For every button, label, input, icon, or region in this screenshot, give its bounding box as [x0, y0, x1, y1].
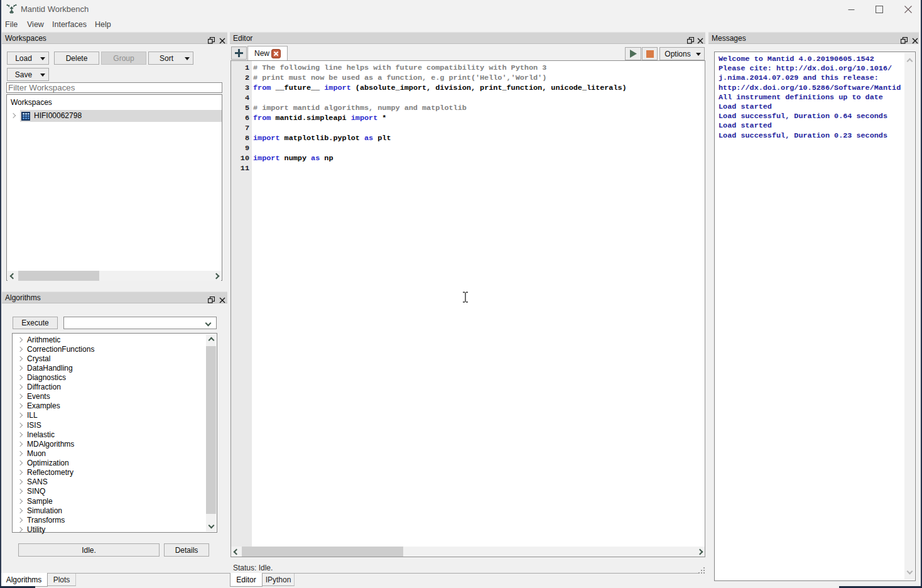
scroll-right-icon[interactable] [695, 547, 705, 557]
algorithm-category-row[interactable]: Diffraction [13, 383, 206, 392]
maximize-button[interactable] [870, 3, 888, 16]
algorithm-category-row[interactable]: Arithmetic [13, 335, 206, 345]
execute-button[interactable]: Execute [13, 317, 58, 329]
algorithm-category-row[interactable]: Optimization [13, 459, 206, 468]
filter-workspaces-input[interactable] [6, 82, 222, 93]
algorithm-category-row[interactable]: Crystal [13, 354, 206, 364]
menu-interfaces[interactable]: Interfaces [52, 20, 87, 29]
editor-float-button[interactable] [687, 35, 694, 42]
algorithm-category-row[interactable]: Simulation [13, 506, 206, 516]
expand-chevron-icon[interactable] [18, 346, 23, 351]
expand-chevron-icon[interactable] [11, 113, 16, 118]
expand-chevron-icon[interactable] [18, 413, 23, 418]
workspaces-horizontal-scrollbar[interactable] [8, 271, 221, 281]
messages-float-button[interactable] [901, 35, 908, 42]
algorithm-category-row[interactable]: Transforms [13, 516, 206, 525]
code-line[interactable]: import numpy as np [253, 153, 333, 163]
code-line[interactable]: # The following line helps with future c… [253, 63, 546, 73]
expand-chevron-icon[interactable] [18, 479, 23, 484]
expand-chevron-icon[interactable] [18, 489, 23, 494]
expand-chevron-icon[interactable] [18, 394, 23, 399]
messages-close-button[interactable] [912, 35, 919, 42]
scroll-down-icon[interactable] [206, 521, 216, 531]
expand-chevron-icon[interactable] [18, 375, 23, 380]
workspace-row[interactable]: HIFI00062798 [7, 110, 222, 122]
resize-grip-icon[interactable] [697, 567, 706, 574]
editor-horizontal-scrollbar[interactable] [231, 547, 705, 557]
expand-chevron-icon[interactable] [18, 460, 23, 466]
algorithm-category-row[interactable]: Sample [13, 497, 206, 506]
expand-chevron-icon[interactable] [18, 518, 23, 523]
algorithm-category-row[interactable]: CorrectionFunctions [13, 345, 206, 354]
code-line[interactable]: # print must now be used as a function, … [253, 73, 546, 83]
expand-chevron-icon[interactable] [18, 403, 23, 408]
scroll-down-icon[interactable] [904, 567, 914, 577]
algorithm-category-row[interactable]: Reflectometry [13, 468, 206, 477]
load-button[interactable]: Load [7, 52, 49, 65]
messages-log[interactable]: Welcome to Mantid 4.0.20190605.1542Pleas… [714, 52, 916, 581]
algorithm-category-row[interactable]: Events [13, 392, 206, 401]
messages-vertical-scrollbar[interactable] [904, 53, 914, 580]
algorithms-vertical-scrollbar[interactable] [206, 334, 216, 531]
code-line[interactable]: # import mantid algorithms, numpy and ma… [253, 103, 467, 113]
expand-chevron-icon[interactable] [18, 366, 23, 371]
scrollbar-thumb[interactable] [18, 271, 99, 281]
menu-view[interactable]: View [27, 20, 44, 29]
algorithm-category-row[interactable]: MDAlgorithms [13, 440, 206, 449]
algorithm-category-row[interactable]: Muon [13, 449, 206, 459]
expand-chevron-icon[interactable] [18, 498, 23, 503]
expand-chevron-icon[interactable] [18, 442, 23, 447]
menu-help[interactable]: Help [95, 20, 111, 29]
code-line[interactable]: import matplotlib.pyplot as plt [253, 133, 391, 143]
algorithm-category-row[interactable]: ILL [13, 411, 206, 420]
algorithm-category-row[interactable]: SANS [13, 477, 206, 487]
details-button[interactable]: Details [164, 543, 209, 557]
workspaces-close-button[interactable] [219, 35, 226, 42]
expand-chevron-icon[interactable] [18, 356, 23, 361]
delete-button[interactable]: Delete [54, 52, 99, 65]
options-button[interactable]: Options [659, 47, 705, 60]
scrollbar-thumb[interactable] [242, 547, 403, 557]
algorithm-category-row[interactable]: Utility [13, 525, 206, 535]
algorithm-category-row[interactable]: Diagnostics [13, 373, 206, 383]
algorithm-category-row[interactable]: Inelastic [13, 430, 206, 440]
scroll-up-icon[interactable] [904, 55, 914, 65]
scroll-right-icon[interactable] [211, 271, 221, 281]
expand-chevron-icon[interactable] [18, 384, 23, 389]
tab-algorithms[interactable]: Algorithms [0, 573, 48, 587]
tab-plots[interactable]: Plots [48, 574, 76, 586]
algorithm-progress-button[interactable]: Idle. [18, 543, 160, 557]
tab-close-icon[interactable] [271, 49, 281, 58]
new-tab-button[interactable] [231, 46, 247, 60]
close-window-button[interactable] [899, 3, 917, 16]
algorithm-search-combobox[interactable] [63, 317, 217, 329]
algorithms-float-button[interactable] [208, 295, 215, 302]
expand-chevron-icon[interactable] [18, 337, 23, 342]
algorithm-category-row[interactable]: DataHandling [13, 364, 206, 373]
algorithm-category-row[interactable]: SINQ [13, 487, 206, 496]
scroll-up-icon[interactable] [206, 334, 216, 344]
algorithms-tree[interactable]: ArithmeticCorrectionFunctionsCrystalData… [12, 333, 217, 533]
expand-chevron-icon[interactable] [18, 422, 23, 427]
algorithms-close-button[interactable] [219, 295, 226, 302]
scroll-left-icon[interactable] [8, 271, 18, 281]
scrollbar-thumb[interactable] [206, 346, 216, 514]
tab-editor[interactable]: Editor [230, 573, 263, 587]
workspaces-float-button[interactable] [208, 35, 215, 42]
algorithm-category-row[interactable]: Examples [13, 401, 206, 411]
expand-chevron-icon[interactable] [18, 432, 23, 437]
code-line[interactable]: from mantid.simpleapi import * [253, 113, 386, 123]
group-button[interactable]: Group [101, 52, 146, 65]
tab-ipython[interactable]: IPython [263, 574, 295, 586]
expand-chevron-icon[interactable] [18, 508, 23, 513]
code-line[interactable]: from __future__ import (absolute_import,… [253, 83, 627, 93]
stop-button[interactable] [642, 47, 658, 60]
save-button[interactable]: Save [7, 68, 49, 81]
code-editor[interactable]: 1234567891011 # The following line helps… [230, 60, 705, 557]
menu-file[interactable]: File [5, 20, 18, 29]
workspaces-tree[interactable]: Workspaces HIFI00062798 [6, 94, 222, 281]
minimize-button[interactable] [842, 3, 860, 16]
editor-tab-new[interactable]: New [247, 46, 288, 60]
editor-close-button[interactable] [697, 35, 704, 42]
expand-chevron-icon[interactable] [18, 470, 23, 475]
